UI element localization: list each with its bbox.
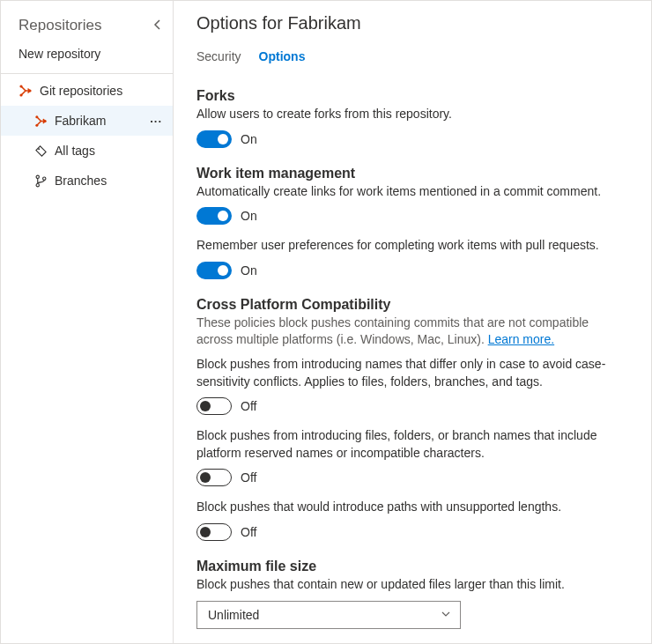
reserved-names-toggle[interactable]: [196, 469, 232, 486]
repo-icon: [19, 84, 33, 98]
sidebar-item-fabrikam[interactable]: Fabrikam ···: [1, 106, 173, 136]
sidebar-item-branches[interactable]: Branches: [1, 166, 173, 196]
repo-icon: [34, 115, 48, 128]
main-content: Options for Fabrikam Security Options Fo…: [174, 1, 651, 643]
work-item-links-toggle[interactable]: [196, 207, 232, 225]
svg-point-4: [35, 123, 38, 126]
sidebar: Repositories New repository Git reposito…: [1, 1, 174, 643]
case-sensitivity-toggle-label: Off: [241, 399, 256, 413]
path-length-toggle-label: Off: [241, 525, 256, 539]
tab-options[interactable]: Options: [259, 49, 306, 67]
svg-point-0: [19, 85, 22, 87]
forks-toggle[interactable]: [196, 130, 232, 148]
new-repository-link[interactable]: New repository: [1, 40, 173, 73]
work-item-desc-2: Remember user preferences for completing…: [196, 237, 628, 255]
work-item-heading: Work item management: [196, 166, 628, 181]
tree-root-git-repositories[interactable]: Git repositories: [1, 76, 173, 106]
svg-point-7: [36, 175, 39, 178]
work-item-links-toggle-label: On: [241, 209, 257, 223]
reserved-names-desc: Block pushes from introducing files, fol…: [196, 427, 628, 462]
path-length-toggle[interactable]: [196, 523, 232, 541]
svg-point-9: [43, 177, 46, 180]
svg-point-1: [19, 93, 22, 96]
work-item-prefs-toggle-label: On: [241, 263, 257, 278]
tabs: Security Options: [196, 49, 628, 67]
sidebar-item-label: Branches: [55, 174, 166, 188]
max-file-heading: Maximum file size: [196, 559, 628, 574]
collapse-sidebar-icon[interactable]: [153, 19, 162, 33]
svg-point-5: [44, 120, 47, 122]
svg-point-2: [28, 89, 31, 92]
forks-toggle-label: On: [241, 132, 257, 146]
path-length-desc: Block pushes that would introduce paths …: [196, 499, 628, 516]
forks-description: Allow users to create forks from this re…: [196, 106, 628, 123]
sidebar-item-label: All tags: [55, 144, 166, 158]
sidebar-item-label: Fabrikam: [55, 114, 143, 128]
branch-icon: [34, 174, 48, 188]
page-title: Options for Fabrikam: [196, 13, 628, 33]
case-sensitivity-desc: Block pushes from introducing names that…: [196, 356, 628, 390]
learn-more-link[interactable]: Learn more.: [488, 332, 554, 346]
svg-point-8: [36, 183, 39, 186]
svg-point-6: [38, 148, 40, 150]
more-options-icon[interactable]: ···: [150, 115, 166, 128]
tree-root-label: Git repositories: [40, 84, 166, 98]
max-file-size-selected-value: Unlimited: [208, 608, 259, 622]
work-item-prefs-toggle[interactable]: [196, 262, 232, 279]
sidebar-item-all-tags[interactable]: All tags: [1, 136, 173, 166]
work-item-desc-1: Automatically create links for work item…: [196, 183, 628, 201]
chevron-down-icon: [441, 608, 451, 622]
tag-icon: [34, 144, 48, 158]
divider: [1, 73, 173, 74]
reserved-names-toggle-label: Off: [241, 470, 256, 485]
case-sensitivity-toggle[interactable]: [196, 397, 232, 415]
max-file-desc: Block pushes that contain new or updated…: [196, 576, 628, 594]
tab-security[interactable]: Security: [196, 49, 241, 67]
svg-point-3: [35, 115, 38, 118]
cross-platform-heading: Cross Platform Compatibility: [196, 297, 628, 313]
forks-heading: Forks: [196, 88, 628, 104]
max-file-size-select[interactable]: Unlimited: [196, 601, 461, 629]
cross-platform-intro: These policies block pushes containing c…: [196, 315, 628, 349]
sidebar-title: Repositories: [19, 17, 102, 34]
